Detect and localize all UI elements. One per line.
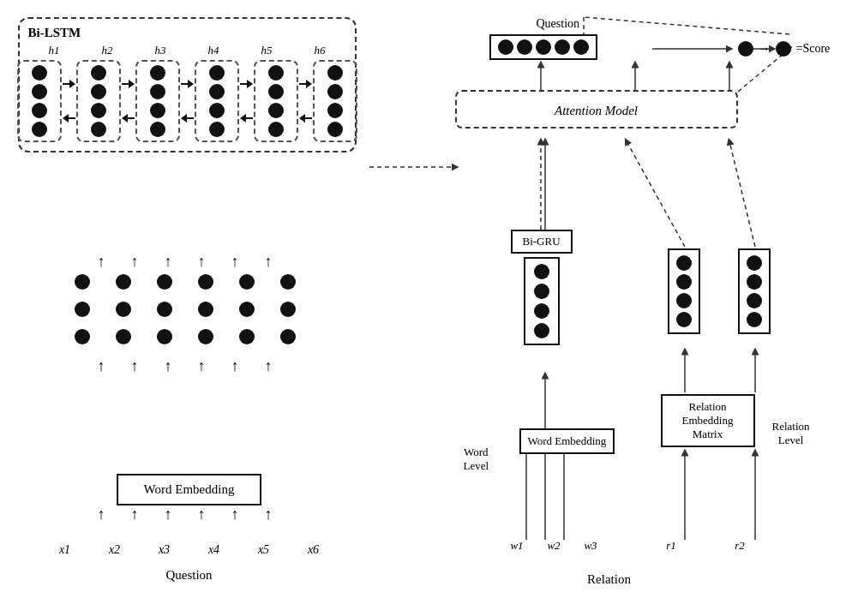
up-arrow: ↑ bbox=[231, 253, 239, 271]
dot bbox=[573, 39, 589, 55]
up-arrow: ↑ bbox=[265, 357, 273, 375]
dot bbox=[91, 84, 106, 99]
dot bbox=[534, 284, 549, 299]
x4-label: x4 bbox=[201, 543, 227, 557]
dot bbox=[747, 255, 762, 271]
h5-label: h5 bbox=[244, 44, 289, 57]
word-embedding-box-right: Word Embedding bbox=[519, 428, 615, 454]
h-labels-row: h1 h2 h3 h4 h5 h6 bbox=[28, 44, 346, 57]
h-arrow bbox=[63, 78, 75, 90]
dot bbox=[32, 122, 47, 137]
dot bbox=[209, 103, 225, 118]
dot-row-1 bbox=[9, 274, 361, 290]
x6-label: x6 bbox=[301, 543, 327, 557]
dot bbox=[498, 39, 513, 55]
up-arrow: ↑ bbox=[265, 505, 273, 523]
dot bbox=[534, 323, 549, 338]
dot bbox=[198, 274, 213, 290]
dot bbox=[91, 103, 106, 118]
h-arrow bbox=[299, 78, 312, 90]
dot-score bbox=[776, 41, 791, 57]
h1-label: h1 bbox=[32, 44, 76, 57]
word-level-text: WordLevel bbox=[464, 446, 489, 473]
w-labels: w1 w2 w3 bbox=[507, 539, 602, 553]
dot bbox=[150, 122, 165, 137]
h3-label: h3 bbox=[138, 44, 183, 57]
up-arrow: ↑ bbox=[131, 253, 139, 271]
question-label-left: Question bbox=[165, 568, 212, 583]
dot bbox=[747, 312, 762, 327]
up-arrow: ↑ bbox=[198, 253, 206, 271]
h-arrow bbox=[240, 78, 253, 90]
question-box bbox=[489, 34, 597, 60]
h6-label: h6 bbox=[297, 44, 342, 57]
dot bbox=[116, 274, 131, 290]
w2-label: w2 bbox=[543, 539, 565, 553]
dot bbox=[676, 293, 692, 308]
dot-row-3 bbox=[9, 329, 361, 344]
dot bbox=[280, 302, 296, 317]
dot bbox=[327, 84, 343, 99]
dot bbox=[268, 84, 284, 99]
svg-line-10 bbox=[584, 17, 789, 34]
diagram-container: Bi-LSTM h1 h2 h3 h4 h5 h6 bbox=[9, 9, 849, 608]
relation-label-bottom: Relation bbox=[587, 572, 631, 587]
h2-label: h2 bbox=[85, 44, 129, 57]
dot bbox=[239, 329, 255, 344]
attention-label: Attention Model bbox=[555, 104, 638, 118]
up-arrow: ↑ bbox=[231, 357, 239, 375]
bilstm-col-3 bbox=[135, 60, 180, 142]
dot bbox=[747, 293, 762, 308]
dot bbox=[150, 84, 165, 99]
relation-embedding-label: RelationEmbeddingMatrix bbox=[682, 400, 734, 440]
bilstm-col-1 bbox=[17, 60, 62, 142]
dot bbox=[280, 274, 296, 290]
bilstm-box: Bi-LSTM h1 h2 h3 h4 h5 h6 bbox=[18, 17, 357, 153]
up-arrow: ↑ bbox=[165, 253, 172, 271]
dot bbox=[747, 274, 762, 290]
dot bbox=[150, 65, 165, 81]
up-arrow: ↑ bbox=[165, 505, 172, 523]
up-arrows-from-x: ↑ ↑ ↑ ↑ ↑ ↑ bbox=[9, 505, 361, 523]
bilstm-col-4 bbox=[195, 60, 239, 142]
h-arrow bbox=[181, 78, 194, 90]
dot bbox=[280, 329, 296, 344]
svg-line-2 bbox=[627, 141, 685, 247]
x-labels: x1 x2 x3 x4 x5 x6 bbox=[9, 543, 369, 557]
w1-label: w1 bbox=[507, 539, 528, 553]
bilstm-col-2 bbox=[76, 60, 121, 142]
up-arrow: ↑ bbox=[165, 357, 172, 375]
attention-box: Attention Model bbox=[455, 90, 738, 129]
up-arrow: ↑ bbox=[98, 505, 105, 523]
h-arrow bbox=[122, 78, 135, 90]
bilstm-label: Bi-LSTM bbox=[28, 26, 346, 40]
x3-label: x3 bbox=[152, 543, 177, 557]
dot bbox=[517, 39, 532, 55]
up-arrow: ↑ bbox=[98, 253, 105, 271]
up-arrows-to-bilstm: ↑ ↑ ↑ ↑ ↑ ↑ bbox=[9, 253, 361, 271]
x2-label: x2 bbox=[102, 543, 128, 557]
dot bbox=[209, 65, 225, 81]
relation-embedding-box: RelationEmbeddingMatrix bbox=[661, 394, 755, 447]
dot bbox=[268, 65, 284, 81]
dot bbox=[268, 122, 284, 137]
w3-label: w3 bbox=[580, 539, 602, 553]
dot bbox=[209, 122, 225, 137]
question-label-right: Question bbox=[537, 17, 580, 31]
up-arrow: ↑ bbox=[231, 505, 239, 523]
dot bbox=[555, 39, 570, 55]
bigru-section: Bi-GRU bbox=[511, 230, 573, 345]
dot bbox=[198, 302, 213, 317]
dot bbox=[75, 302, 90, 317]
h-arrow bbox=[181, 112, 194, 124]
up-arrow: ↑ bbox=[265, 253, 273, 271]
dot bbox=[239, 274, 255, 290]
up-arrows-from-emb: ↑ ↑ ↑ ↑ ↑ ↑ bbox=[9, 357, 361, 375]
r2-label: r2 bbox=[729, 539, 751, 553]
relation-col2 bbox=[738, 248, 771, 334]
right-side: Question → =Score Attention Model Bi-GRU bbox=[369, 9, 849, 608]
up-arrow: ↑ bbox=[98, 357, 105, 375]
score-label: =Score bbox=[796, 42, 831, 56]
relation-col1 bbox=[668, 248, 700, 334]
h-arrow bbox=[299, 112, 312, 124]
